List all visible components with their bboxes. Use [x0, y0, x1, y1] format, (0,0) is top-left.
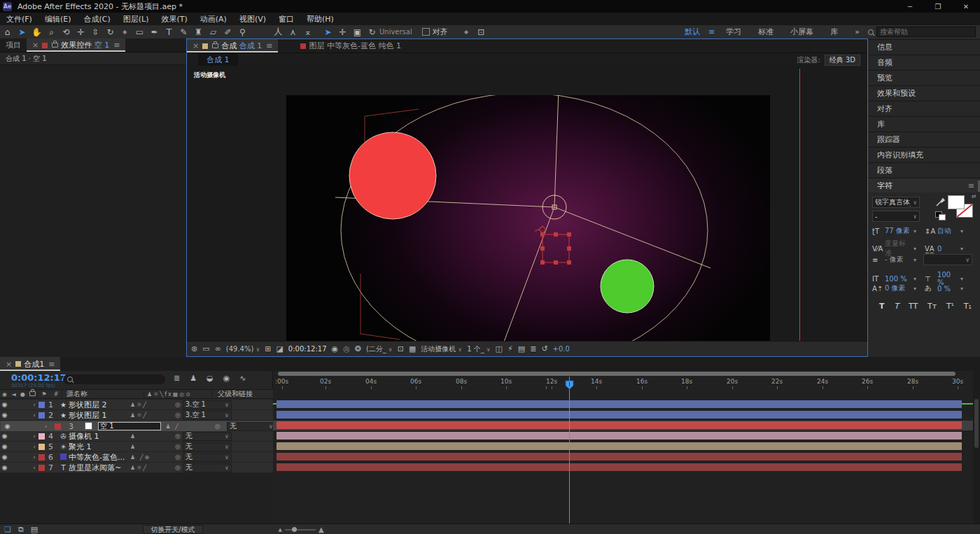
label-color-swatch[interactable]: [55, 423, 61, 430]
eye-icon[interactable]: ◉: [0, 401, 9, 408]
menu-file[interactable]: 文件(F): [0, 14, 38, 24]
always-preview-icon[interactable]: ⊛: [191, 345, 197, 353]
pickwhip-icon[interactable]: ◎: [175, 464, 181, 471]
selection-tool-icon[interactable]: ➤: [15, 27, 29, 37]
label-color-swatch[interactable]: [38, 412, 45, 419]
audio-column-icon[interactable]: ◄: [9, 391, 18, 398]
twirl-icon[interactable]: ›: [30, 464, 38, 471]
layer-name[interactable]: 摄像机 1: [69, 431, 130, 442]
parent-dropdown[interactable]: 3.空 1∨: [183, 400, 232, 409]
all-caps-button[interactable]: TT: [909, 302, 918, 311]
panel-paragraph[interactable]: 段落: [868, 162, 980, 177]
leading-value[interactable]: 自动: [937, 226, 958, 236]
parent-dropdown[interactable]: 无∨: [183, 453, 232, 462]
label-column-icon[interactable]: ⚑: [37, 391, 50, 398]
layer-name[interactable]: 聚光 1: [69, 442, 130, 452]
panel-menu-icon[interactable]: ≡: [266, 41, 272, 50]
leading-dropdown-icon[interactable]: ▾: [960, 228, 963, 234]
font-family-select[interactable]: 锐字真言体_∨: [872, 197, 920, 208]
layer-name-edit-field[interactable]: 空 1: [98, 422, 161, 430]
parent-dropdown[interactable]: 无∨: [227, 422, 276, 431]
universal-gizmo-icon[interactable]: ➤: [321, 27, 335, 37]
close-tab-icon[interactable]: ×: [6, 360, 12, 369]
swap-fill-stroke-icon[interactable]: ⇄: [972, 193, 976, 199]
layer-name[interactable]: 形状图层 2: [69, 400, 130, 410]
eye-icon[interactable]: ◉: [0, 433, 9, 440]
playhead-line[interactable]: [569, 377, 570, 524]
show-snapshot-icon[interactable]: ◎: [343, 345, 350, 353]
brush-tool-icon[interactable]: ✎: [176, 27, 191, 37]
menu-window[interactable]: 窗口: [272, 14, 300, 24]
comp-subtab[interactable]: 合成 1: [198, 53, 238, 66]
panel-menu-icon[interactable]: ≡: [113, 41, 120, 50]
frame-blend-icon[interactable]: ◒: [206, 374, 214, 382]
fill-swatch[interactable]: [948, 195, 965, 209]
current-timecode[interactable]: 0:00:12:17: [11, 372, 66, 383]
toggle-switches-modes-button[interactable]: 切换开关/模式: [143, 525, 202, 534]
fill-stroke-swatches[interactable]: ⇄: [948, 195, 976, 219]
small-caps-button[interactable]: Tᴛ: [927, 302, 937, 311]
timeline-search-input[interactable]: [63, 374, 165, 384]
stroke-style-select[interactable]: ∨: [923, 254, 972, 265]
twirl-icon[interactable]: ›: [42, 423, 50, 430]
workspace-menu-icon[interactable]: ≡: [708, 27, 718, 36]
font-size-value[interactable]: 77 像素: [885, 226, 911, 236]
home-icon[interactable]: ⌂: [0, 27, 15, 37]
tsume-value[interactable]: 0 %: [937, 285, 958, 293]
layer-row-4[interactable]: ◉ › 4 ✇ 摄像机 1 ♟ ◎ 无∨: [0, 431, 273, 442]
layer-bar-7[interactable]: [276, 463, 962, 471]
comp-current-time[interactable]: 0:00:12:17: [288, 345, 327, 353]
snap-options-icon-1[interactable]: ⌖: [459, 27, 474, 37]
panel-menu-icon[interactable]: ≡: [48, 360, 55, 369]
graph-editor-icon[interactable]: ∿: [239, 374, 246, 382]
close-button[interactable]: ✕: [952, 3, 980, 10]
switches-column-header[interactable]: ♟☼╲fx▦◎⊙: [144, 391, 211, 398]
layer-switches[interactable]: ♟ ╱: [165, 423, 210, 430]
label-color-swatch[interactable]: [38, 402, 45, 408]
label-color-swatch[interactable]: [38, 433, 45, 440]
zoom-tool-icon[interactable]: ⌕: [44, 27, 59, 37]
font-size-dropdown-icon[interactable]: ▾: [913, 228, 916, 234]
number-column-header[interactable]: #: [50, 391, 62, 398]
resolution-dropdown[interactable]: (二分_∨: [366, 344, 393, 354]
panel-content-aware-fill[interactable]: 内容识别填充: [868, 147, 980, 162]
layer-switches[interactable]: ♟: [130, 433, 175, 440]
scrollbar-thumb[interactable]: [974, 399, 979, 448]
vertical-scrollbar[interactable]: [973, 371, 980, 524]
fast-previews-icon[interactable]: ⚡: [507, 345, 513, 353]
timeline-button-icon[interactable]: ▤: [518, 345, 525, 353]
flowchart-icon[interactable]: ≣: [530, 345, 536, 353]
tab-project[interactable]: 项目: [0, 38, 27, 52]
tab-composition[interactable]: × 合成 合成 1 ≡: [187, 39, 278, 52]
pickwhip-icon[interactable]: ◎: [175, 433, 181, 440]
layer-bar-6[interactable]: [276, 453, 962, 461]
kerning-dropdown-icon[interactable]: ▾: [913, 246, 916, 252]
lock-icon[interactable]: [52, 43, 58, 48]
panel-info[interactable]: 信息: [868, 39, 980, 54]
zoom-out-mountain-icon[interactable]: ▲: [279, 527, 282, 533]
primary-viewer-icon[interactable]: ∞: [215, 345, 221, 353]
workspace-tab-learn[interactable]: 学习: [718, 27, 750, 37]
workspace-tab-standard[interactable]: 标准: [750, 27, 782, 37]
position-gizmo-icon[interactable]: ✛: [335, 27, 350, 37]
faux-bold-button[interactable]: T: [879, 302, 885, 311]
menu-view[interactable]: 视图(V): [233, 14, 272, 24]
parent-dropdown[interactable]: 无∨: [183, 463, 232, 472]
snap-options-icon-2[interactable]: ⊡: [474, 27, 489, 37]
pickwhip-icon[interactable]: ◎: [175, 454, 181, 461]
roto-brush-tool-icon[interactable]: ✐: [220, 27, 235, 37]
pickwhip-icon[interactable]: ◎: [175, 443, 181, 450]
scale-gizmo-icon[interactable]: ▣: [350, 27, 365, 37]
layer-bar-2[interactable]: [276, 411, 962, 419]
lock-column-icon[interactable]: [27, 391, 37, 398]
tab-effect-controls[interactable]: × 效果控件 空 1 ≡: [27, 38, 125, 52]
layer-row-2[interactable]: ◉ › 2 ★ 形状图层 1 ♟☼╱ ◎ 3.空 1∨: [0, 410, 273, 421]
default-colors-icon[interactable]: [935, 211, 945, 220]
parent-link-column-header[interactable]: 父级和链接: [211, 389, 253, 399]
eye-icon[interactable]: ◉: [0, 464, 9, 471]
layer-row-6[interactable]: ◉ › 6 中等灰色-蓝色... ♟ ╱⊕ ◎ 无∨: [0, 452, 273, 463]
layer-row-7[interactable]: ◉ › 7 T 故里是冰闻落~ ♟☼╱ ◎ 无∨: [0, 463, 273, 473]
hand-tool-icon[interactable]: ✋: [29, 27, 44, 37]
subscript-button[interactable]: T₁: [964, 302, 972, 311]
world-axis-mode-icon[interactable]: ⋏: [286, 27, 300, 37]
